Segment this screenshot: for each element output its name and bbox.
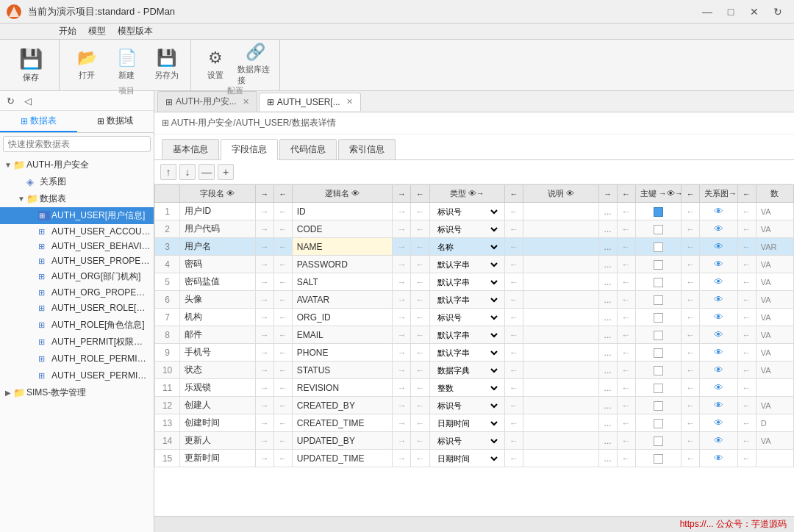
cell-field[interactable]: 手机号 xyxy=(180,344,256,362)
rel-eye-icon[interactable]: 👁 xyxy=(714,453,723,464)
type-select[interactable]: 标识号名称默认字串数据字典整数日期时间 xyxy=(434,259,501,270)
tree-folder-sims[interactable]: ▶ 📁 SIMS-教学管理 xyxy=(0,384,154,401)
cell-code[interactable]: NAME xyxy=(292,238,393,256)
cell-desc[interactable] xyxy=(523,309,599,326)
tree-item-rel[interactable]: ◈ 关系图 xyxy=(0,173,154,190)
tree-item-auth-account[interactable]: ⊞ AUTH_USER_ACCOUNT[ xyxy=(0,224,154,239)
cell-code[interactable]: PHONE xyxy=(292,344,393,362)
menu-start[interactable]: 开始 xyxy=(53,24,82,39)
pk-checkbox[interactable] xyxy=(654,419,663,428)
cell-desc[interactable] xyxy=(523,291,599,309)
type-select[interactable]: 标识号名称默认字串数据字典整数日期时间 xyxy=(434,348,501,358)
cell-code[interactable]: UPDATED_BY xyxy=(292,432,393,450)
cell-field[interactable]: 创建人 xyxy=(180,397,256,414)
cell-code[interactable]: UPDATED_TIME xyxy=(292,450,393,467)
cell-rel[interactable]: 👁 xyxy=(700,414,737,432)
cell-rel[interactable]: 👁 xyxy=(700,203,737,220)
cell-desc[interactable] xyxy=(523,397,599,414)
cell-desc[interactable] xyxy=(523,362,599,379)
rel-eye-icon[interactable]: 👁 xyxy=(714,206,723,217)
pk-checkbox[interactable] xyxy=(654,278,663,287)
cell-pk[interactable] xyxy=(635,291,682,309)
cell-code[interactable]: CREATED_TIME xyxy=(292,414,393,432)
cell-field[interactable]: 用户ID xyxy=(180,203,256,220)
cell-code[interactable]: PASSWORD xyxy=(292,256,393,273)
tree-item-auth-user-role[interactable]: ⊞ AUTH_USER_ROLE[用户 xyxy=(0,300,154,317)
cell-type[interactable]: 标识号名称默认字串数据字典整数日期时间 xyxy=(429,450,505,467)
cell-field[interactable]: 密码盐值 xyxy=(180,273,256,291)
delete-row-button[interactable]: — xyxy=(198,164,215,180)
cell-pk[interactable] xyxy=(635,379,682,397)
cell-field[interactable]: 创建时间 xyxy=(180,414,256,432)
cell-pk[interactable] xyxy=(635,326,682,344)
open-button[interactable]: 📂 打开 xyxy=(68,44,105,85)
type-select[interactable]: 标识号名称默认字串数据字典整数日期时间 xyxy=(434,330,501,340)
rel-eye-icon[interactable]: 👁 xyxy=(714,294,723,305)
pk-checkbox[interactable] xyxy=(654,313,663,323)
cell-rel[interactable]: 👁 xyxy=(700,344,737,362)
cell-pk[interactable] xyxy=(635,450,682,467)
type-select[interactable]: 标识号名称默认字串数据字典整数日期时间 xyxy=(434,206,501,217)
cell-field[interactable]: 密码 xyxy=(180,256,256,273)
cell-desc[interactable] xyxy=(523,256,599,273)
cell-rel[interactable]: 👁 xyxy=(700,256,737,273)
tree-item-auth-user-permit[interactable]: ⊞ AUTH_USER_PERMIT[用 xyxy=(0,367,154,384)
cell-rel[interactable]: 👁 xyxy=(700,273,737,291)
cell-rel[interactable]: 👁 xyxy=(700,309,737,326)
cell-type[interactable]: 标识号名称默认字串数据字典整数日期时间 xyxy=(429,379,505,397)
cell-field[interactable]: 乐观锁 xyxy=(180,379,256,397)
tree-item-auth-permit[interactable]: ⊞ AUTH_PERMIT[权限信息 xyxy=(0,334,154,351)
tree-item-auth-role-permit[interactable]: ⊞ AUTH_ROLE_PERMIT[角 xyxy=(0,351,154,367)
type-select[interactable]: 标识号名称默认字串数据字典整数日期时间 xyxy=(434,312,501,323)
type-select[interactable]: 标识号名称默认字串数据字典整数日期时间 xyxy=(434,400,501,411)
rel-eye-icon[interactable]: 👁 xyxy=(714,435,723,446)
cell-desc[interactable] xyxy=(523,203,599,220)
rel-eye-icon[interactable]: 👁 xyxy=(714,276,723,287)
cell-code[interactable]: SALT xyxy=(292,273,393,291)
rel-eye-icon[interactable]: 👁 xyxy=(714,312,723,323)
db-connect-button[interactable]: 🔗 数据库连接 xyxy=(237,44,273,85)
cell-rel[interactable]: 👁 xyxy=(700,362,737,379)
move-up-button[interactable]: ↑ xyxy=(160,164,176,180)
tab-auth-user-close[interactable]: ✕ xyxy=(346,97,353,107)
cell-pk[interactable] xyxy=(635,432,682,450)
cell-desc[interactable] xyxy=(523,432,599,450)
type-select[interactable]: 标识号名称默认字串数据字典整数日期时间 xyxy=(434,436,501,446)
rel-eye-icon[interactable]: 👁 xyxy=(714,347,723,358)
tree-folder-auth[interactable]: ▼ 📁 AUTH-用户安全 xyxy=(0,157,154,173)
cell-desc[interactable] xyxy=(523,379,599,397)
search-input[interactable] xyxy=(3,136,151,152)
cell-type[interactable]: 标识号名称默认字串数据字典整数日期时间 xyxy=(429,291,505,309)
cell-field[interactable]: 用户代码 xyxy=(180,220,256,238)
cell-field[interactable]: 头像 xyxy=(180,291,256,309)
cell-type[interactable]: 标识号名称默认字串数据字典整数日期时间 xyxy=(429,203,505,220)
cell-field[interactable]: 邮件 xyxy=(180,326,256,344)
type-select[interactable]: 标识号名称默认字串数据字典整数日期时间 xyxy=(434,277,501,287)
pk-checkbox[interactable] xyxy=(654,242,663,252)
tree-item-auth-org-prop[interactable]: ⊞ AUTH_ORG_PROPERTY[ xyxy=(0,285,154,300)
rel-eye-icon[interactable]: 👁 xyxy=(714,223,723,234)
cell-type[interactable]: 标识号名称默认字串数据字典整数日期时间 xyxy=(429,432,505,450)
rel-eye-icon[interactable]: 👁 xyxy=(714,382,723,393)
cell-pk[interactable] xyxy=(635,309,682,326)
cell-type[interactable]: 标识号名称默认字串数据字典整数日期时间 xyxy=(429,326,505,344)
cell-field[interactable]: 状态 xyxy=(180,362,256,379)
cell-type[interactable]: 标识号名称默认字串数据字典整数日期时间 xyxy=(429,362,505,379)
close-button[interactable]: ✕ xyxy=(744,4,765,20)
cell-rel[interactable]: 👁 xyxy=(700,450,737,467)
collapse-tree-button[interactable]: ◁ xyxy=(21,93,35,108)
move-down-button[interactable]: ↓ xyxy=(179,164,196,180)
cell-type[interactable]: 标识号名称默认字串数据字典整数日期时间 xyxy=(429,256,505,273)
cell-pk[interactable] xyxy=(635,203,682,220)
save-button[interactable]: 💾 保存 xyxy=(12,43,50,88)
tree-item-auth-property[interactable]: ⊞ AUTH_USER_PROPERTY[ xyxy=(0,254,154,268)
rel-eye-icon[interactable]: 👁 xyxy=(714,241,723,252)
sub-tab-code[interactable]: 代码信息 xyxy=(279,139,337,159)
tree-item-auth-org[interactable]: ⊞ AUTH_ORG[部门机构] xyxy=(0,268,154,285)
tab-datatable[interactable]: ⊞ 数据表 xyxy=(0,111,77,132)
cell-code[interactable]: EMAIL xyxy=(292,326,393,344)
rel-eye-icon[interactable]: 👁 xyxy=(714,259,723,270)
cell-type[interactable]: 标识号名称默认字串数据字典整数日期时间 xyxy=(429,273,505,291)
cell-code[interactable]: CREATED_BY xyxy=(292,397,393,414)
pk-checkbox[interactable] xyxy=(654,225,663,234)
